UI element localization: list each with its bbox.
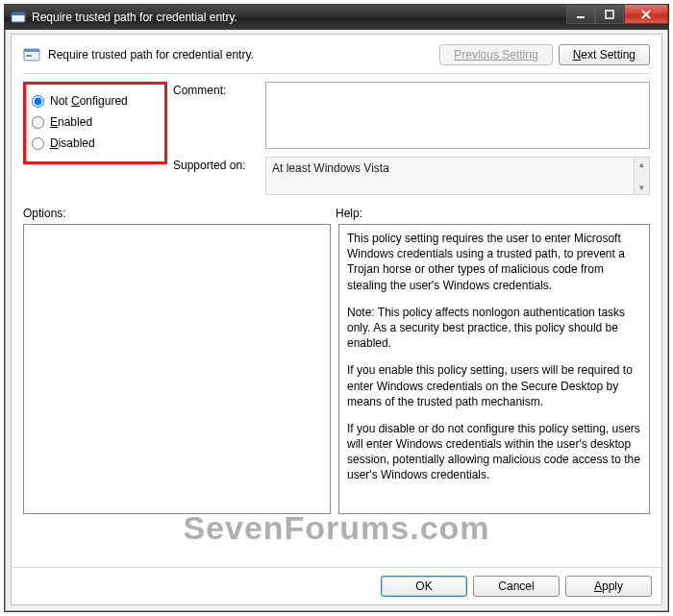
radio-enabled[interactable]: Enabled xyxy=(32,111,159,133)
supported-on-value: At least Windows Vista xyxy=(272,161,389,175)
help-text: This policy setting requires the user to… xyxy=(347,231,641,293)
dialog-content: Require trusted path for credential entr… xyxy=(11,34,662,605)
radio-not-configured[interactable]: Not Configured xyxy=(32,90,159,111)
svg-rect-3 xyxy=(606,11,613,18)
svg-rect-1 xyxy=(12,12,25,15)
window-title: Require trusted path for credential entr… xyxy=(32,11,237,24)
policy-icon xyxy=(23,46,40,63)
comment-label: Comment: xyxy=(173,82,260,97)
scroll-up-icon[interactable]: ▴ xyxy=(635,158,649,171)
comment-input[interactable] xyxy=(265,82,650,149)
window-controls xyxy=(566,5,668,24)
help-text: If you enable this policy setting, users… xyxy=(347,362,641,409)
supported-scrollbar[interactable]: ▴ ▾ xyxy=(634,158,649,194)
radio-disabled[interactable]: Disabled xyxy=(32,133,159,154)
next-setting-button[interactable]: Next Setting xyxy=(559,44,650,65)
cancel-button[interactable]: Cancel xyxy=(473,576,560,597)
svg-rect-2 xyxy=(577,16,585,18)
header-row: Require trusted path for credential entr… xyxy=(23,44,650,73)
watermark: SevenForums.com xyxy=(12,509,661,547)
policy-editor-window: Require trusted path for credential entr… xyxy=(4,4,669,612)
maximize-button[interactable] xyxy=(595,5,624,24)
help-text: If you disable or do not configure this … xyxy=(347,421,641,483)
help-text: Note: This policy affects nonlogon authe… xyxy=(347,305,641,352)
policy-heading: Require trusted path for credential entr… xyxy=(48,48,254,62)
ok-button[interactable]: OK xyxy=(381,576,467,597)
divider xyxy=(23,73,650,74)
radio-enabled-input[interactable] xyxy=(32,116,44,129)
previous-setting-button: Previous Setting xyxy=(439,44,552,65)
options-pane xyxy=(23,224,331,514)
scroll-down-icon[interactable]: ▾ xyxy=(635,181,649,194)
minimize-button[interactable] xyxy=(566,5,595,24)
help-label: Help: xyxy=(336,207,362,220)
dialog-button-bar: OK Cancel Apply xyxy=(12,567,661,604)
radio-disabled-input[interactable] xyxy=(32,137,44,150)
radio-not-configured-input[interactable] xyxy=(32,95,44,108)
help-pane: This policy setting requires the user to… xyxy=(338,224,650,514)
supported-on-label: Supported on: xyxy=(173,157,260,172)
app-icon xyxy=(11,10,26,25)
state-radio-group: Not Configured Enabled Disabled xyxy=(23,82,167,164)
svg-rect-6 xyxy=(26,55,32,57)
svg-rect-5 xyxy=(24,49,39,52)
titlebar: Require trusted path for credential entr… xyxy=(5,5,668,30)
supported-on-field: At least Windows Vista ▴ ▾ xyxy=(265,157,650,195)
options-label: Options: xyxy=(23,207,336,220)
close-button[interactable] xyxy=(624,5,668,24)
apply-button[interactable]: Apply xyxy=(565,576,652,597)
